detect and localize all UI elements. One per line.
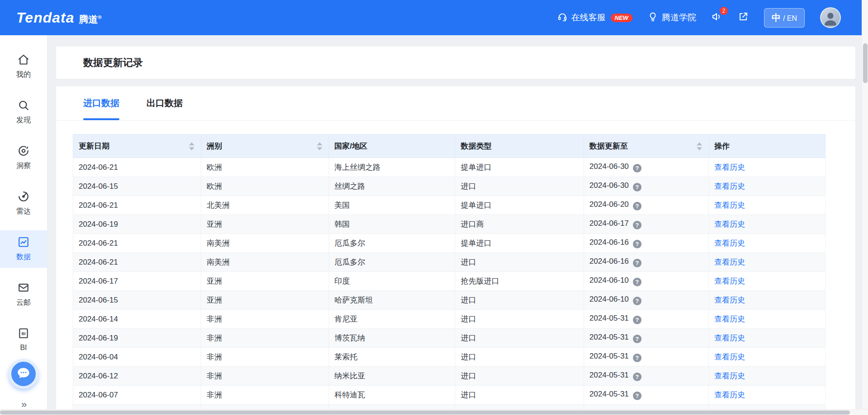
cell-action: 查看历史: [709, 386, 826, 405]
view-history-link[interactable]: 查看历史: [714, 163, 745, 172]
view-history-link[interactable]: 查看历史: [714, 182, 745, 191]
cell-action: 查看历史: [709, 348, 826, 367]
cell-update-date: 2024-06-15: [73, 177, 201, 196]
help-icon[interactable]: ?: [633, 354, 642, 362]
help-icon[interactable]: ?: [633, 259, 642, 267]
cell-country-region: 科特迪瓦: [329, 386, 455, 405]
sidebar-label: BI: [20, 344, 27, 352]
sidebar-item-insight[interactable]: 洞察: [0, 139, 47, 177]
language-toggle[interactable]: 中 / EN: [764, 8, 805, 28]
records-table: 更新日期 洲别 国家/地区: [73, 134, 826, 415]
online-service-link[interactable]: 在线客服 NEW: [557, 12, 632, 24]
cell-data-type: 提单进口: [455, 234, 584, 253]
cell-update-date: 2024-06-04: [73, 348, 201, 367]
sort-asc-icon[interactable]: [317, 142, 322, 145]
cell-update-date: 2024-06-19: [73, 329, 201, 348]
sort-asc-icon[interactable]: [697, 142, 702, 145]
view-history-link[interactable]: 查看历史: [714, 296, 745, 304]
sidebar-item-radar[interactable]: 雷达: [0, 185, 47, 222]
bi-icon: BI: [18, 327, 29, 341]
sidebar-label: 数据: [16, 252, 31, 262]
view-history-link[interactable]: 查看历史: [714, 220, 745, 228]
view-history-link[interactable]: 查看历史: [714, 258, 745, 266]
view-history-link[interactable]: 查看历史: [714, 334, 745, 342]
updated-to-value: 2024-05-31: [590, 390, 629, 398]
cell-updated-to: 2024-06-16?: [584, 234, 708, 253]
col-actions: 操作: [709, 135, 826, 158]
cell-country-region: 印度: [329, 272, 455, 291]
notification-badge: 2: [720, 7, 728, 15]
view-history-link[interactable]: 查看历史: [714, 239, 745, 247]
sort-icons[interactable]: [316, 141, 323, 151]
fullscreen-button[interactable]: [738, 11, 749, 24]
help-icon[interactable]: ?: [633, 316, 642, 324]
cell-action: 查看历史: [709, 310, 826, 329]
view-history-link[interactable]: 查看历史: [714, 315, 745, 323]
sort-icons[interactable]: [696, 141, 703, 151]
help-icon[interactable]: ?: [633, 221, 642, 229]
col-update-date[interactable]: 更新日期: [73, 135, 201, 158]
view-history-link[interactable]: 查看历史: [714, 391, 745, 399]
avatar[interactable]: [820, 7, 841, 28]
academy-label: 腾道学院: [662, 12, 696, 23]
col-label: 国家/地区: [335, 141, 368, 151]
sort-desc-icon[interactable]: [697, 147, 702, 150]
view-history-link[interactable]: 查看历史: [714, 353, 745, 361]
table-row: 2024-06-14 非洲 肯尼亚 进口 2024-05-31? 查看历史: [73, 310, 826, 329]
sort-desc-icon[interactable]: [317, 147, 322, 150]
tab-import-data[interactable]: 进口数据: [83, 86, 119, 120]
help-icon[interactable]: ?: [633, 202, 642, 210]
col-label: 操作: [714, 141, 730, 151]
cell-continent: 欧洲: [201, 177, 329, 196]
cell-update-date: 2024-06-21: [73, 253, 201, 272]
view-history-link[interactable]: 查看历史: [714, 277, 745, 285]
sidebar-item-mine[interactable]: 我的: [0, 48, 47, 85]
sort-icons[interactable]: [188, 141, 195, 151]
search-icon: [18, 99, 29, 113]
table-row: 2024-06-21 欧洲 海上丝绸之路 提单进口 2024-06-30? 查看…: [73, 158, 826, 177]
sidebar-item-discover[interactable]: 发现: [0, 93, 47, 131]
online-service-label: 在线客服: [571, 12, 606, 23]
sort-desc-icon[interactable]: [189, 147, 194, 150]
registered-mark: ®: [98, 14, 102, 20]
help-icon[interactable]: ?: [633, 183, 642, 191]
help-icon[interactable]: ?: [633, 392, 642, 400]
col-continent[interactable]: 洲别: [201, 135, 329, 158]
cell-data-type: 进口: [455, 310, 584, 329]
col-updated-to[interactable]: 数据更新至: [584, 135, 708, 158]
help-icon[interactable]: ?: [633, 373, 642, 381]
help-icon[interactable]: ?: [633, 164, 642, 173]
updated-to-value: 2024-06-10: [590, 295, 629, 303]
chat-fab-button[interactable]: [9, 359, 38, 389]
vertical-scrollbar[interactable]: [862, 0, 868, 415]
tab-export-data[interactable]: 出口数据: [146, 86, 183, 120]
cell-updated-to: 2024-05-31?: [584, 348, 708, 367]
sidebar-item-data[interactable]: 数据: [0, 230, 47, 268]
sidebar-item-bi[interactable]: BI BI: [0, 322, 47, 358]
cell-country-region: 海上丝绸之路: [329, 158, 455, 177]
help-icon[interactable]: ?: [633, 278, 642, 286]
cell-country-region: 莱索托: [329, 348, 455, 367]
col-label: 洲别: [207, 141, 222, 151]
help-icon[interactable]: ?: [633, 335, 642, 343]
horizontal-scrollbar[interactable]: [0, 409, 868, 415]
view-history-link[interactable]: 查看历史: [714, 372, 745, 380]
help-icon[interactable]: ?: [633, 297, 642, 305]
app-shell: 我的 发现 洞察: [0, 35, 868, 415]
academy-link[interactable]: 腾道学院: [648, 12, 696, 24]
help-icon[interactable]: ?: [633, 240, 642, 248]
view-history-link[interactable]: 查看历史: [714, 201, 745, 210]
cell-continent: 非洲: [201, 386, 329, 405]
sidebar-item-cloudmail[interactable]: 云邮: [0, 276, 47, 313]
page-title: 数据更新记录: [83, 56, 143, 70]
table-row: 2024-06-15 亚洲 哈萨克斯坦 进口 2024-06-10? 查看历史: [73, 291, 826, 310]
svg-text:BI: BI: [22, 331, 26, 336]
radar-icon: [18, 191, 29, 204]
tendata-logo[interactable]: Tendata 腾道®: [16, 9, 102, 26]
records-table-wrap: 更新日期 洲别 国家/地区: [56, 121, 855, 415]
horizontal-scrollbar-thumb[interactable]: [0, 410, 850, 415]
sort-asc-icon[interactable]: [189, 142, 194, 145]
vertical-scrollbar-thumb[interactable]: [863, 43, 868, 83]
notification-button[interactable]: 2: [712, 11, 722, 24]
cell-updated-to: 2024-05-31?: [584, 329, 708, 348]
